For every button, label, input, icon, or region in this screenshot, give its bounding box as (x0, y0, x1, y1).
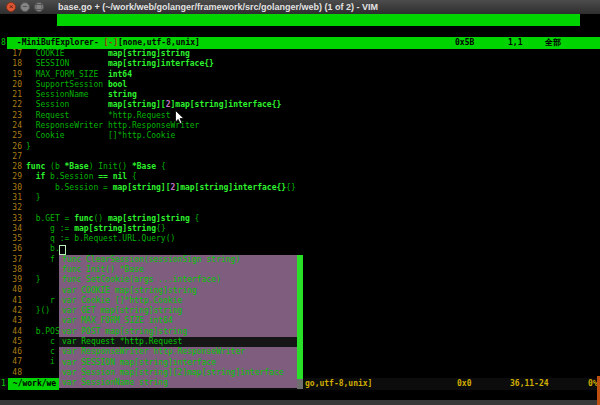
line-number: 33 (0, 214, 22, 224)
code-line-text: SupportSession bool (26, 80, 127, 90)
popup-item[interactable]: var SESSION map[string]interface (59, 358, 297, 368)
code-line[interactable]: 27 (0, 152, 600, 162)
vim-screen: × − ▢ base.go + (~/work/web/golanger/fra… (0, 0, 600, 405)
line-number: 41 (0, 296, 22, 306)
minibuf-file-info: [none,utf-8,unix] (118, 38, 200, 47)
minimize-icon[interactable]: − (20, 2, 30, 12)
code-line-text: b.Session = map[string][2]map[string]int… (26, 183, 296, 193)
code-line[interactable]: 19 MAX_FORM_SIZE int64 (0, 70, 600, 80)
window-bottom-edge (0, 400, 600, 405)
line-number: 44 (0, 327, 22, 337)
code-line[interactable]: 36 b. (0, 244, 600, 254)
line-number: 19 (0, 70, 22, 80)
code-line[interactable]: 26} (0, 142, 600, 152)
window-title: base.go + (~/work/web/golanger/framework… (58, 2, 378, 12)
window-titlebar: × − ▢ base.go + (~/work/web/golanger/fra… (0, 0, 600, 15)
line-number: 42 (0, 306, 22, 316)
popup-item[interactable]: var SessionName string (59, 378, 297, 388)
code-line-text: } (26, 193, 40, 203)
code-line[interactable]: 18 SESSION map[string]interface{} (0, 59, 600, 69)
minibuf-hex-value: 0x5B (455, 37, 474, 49)
code-line[interactable]: 20 SupportSession bool (0, 80, 600, 90)
code-line-text: c (26, 347, 55, 357)
code-line-text: Session map[string][2]map[string]interfa… (26, 100, 281, 110)
minibuf-scroll-indicator: 全部 (545, 37, 561, 49)
statusline-file-info: go,utf-8,unix] (305, 378, 372, 390)
line-number: 20 (0, 80, 22, 90)
line-number: 25 (0, 131, 22, 141)
popup-item[interactable]: func Init() *Base (59, 265, 297, 275)
code-line[interactable]: 30 b.Session = map[string][2]map[string]… (0, 183, 600, 193)
command-line: -- 全能补全 (^O^N^P) 匹配 9 / 14 (2, 390, 598, 400)
code-line[interactable]: 35 q := b.Request.URL.Query() (0, 234, 600, 244)
code-line[interactable]: 29 if b.Session == nil { (0, 172, 600, 182)
line-number: 31 (0, 193, 22, 203)
code-line-text: r (26, 296, 55, 306)
code-line[interactable]: 24 ResponseWriter http.ResponseWriter (0, 121, 600, 131)
completion-popup[interactable]: func ClearSession(sessionSign string)fun… (59, 255, 303, 389)
line-number: 36 (0, 244, 22, 254)
line-number: 21 (0, 90, 22, 100)
line-number: 18 (0, 59, 22, 69)
code-line[interactable]: 33 b.GET = func() map[string]string { (0, 214, 600, 224)
line-number: 22 (0, 100, 22, 110)
code-line-text: }() (26, 306, 50, 316)
line-number: 28 (0, 162, 22, 172)
close-icon[interactable]: × (6, 2, 16, 12)
code-line[interactable]: 28func (b *Base) Init() *Base { (0, 162, 600, 172)
code-line-text: b. (26, 244, 60, 254)
popup-scrollbar-thumb[interactable] (297, 255, 303, 379)
code-line[interactable]: 22 Session map[string][2]map[string]inte… (0, 100, 600, 110)
code-line-text: if b.Session == nil { (26, 172, 137, 182)
code-line[interactable]: 23 Request *http.Request (0, 111, 600, 121)
popup-item[interactable]: var ResponseWriter http.ResponseWriter (59, 347, 297, 357)
line-number: 45 (0, 337, 22, 347)
maximize-icon[interactable]: ▢ (34, 2, 44, 12)
popup-item[interactable]: var Session map[string][2]map[string]int… (59, 368, 297, 378)
line-number: 26 (0, 142, 22, 152)
code-line[interactable]: 21 SessionName string (0, 90, 600, 100)
popup-item[interactable]: func ClearSession(sessionSign string) (59, 255, 297, 265)
text-cursor (59, 245, 66, 255)
code-line[interactable]: 34 g := map[string]string{} (0, 224, 600, 234)
line-number: 43 (0, 316, 22, 326)
popup-item[interactable]: var POST map[string]string (59, 327, 297, 337)
code-line-text: SESSION map[string]interface{} (26, 59, 214, 69)
vim-tabline[interactable]: 2+ base.go (0, 14, 600, 26)
code-line-text: ResponseWriter http.ResponseWriter (26, 121, 199, 131)
popup-item[interactable]: var Cookie []*http.Cookie (59, 296, 297, 306)
code-line-text: Request *http.Request (26, 111, 171, 121)
popup-item[interactable]: var GET map[string]string (59, 306, 297, 316)
popup-items: func ClearSession(sessionSign string)fun… (59, 255, 303, 389)
code-line-text: f (26, 255, 55, 265)
line-number: 40 (0, 285, 22, 295)
minibuf-cursor-position: 1,1 (508, 37, 522, 49)
line-number: 46 (0, 347, 22, 357)
code-line[interactable]: 17 COOKIE map[string]string (0, 49, 600, 59)
popup-scrollbar[interactable] (297, 255, 303, 389)
popup-item-selected[interactable]: var Request *http.Request (59, 337, 297, 347)
code-line-text: Cookie []*http.Cookie (26, 131, 175, 141)
code-line-text: COOKIE map[string]string (26, 49, 190, 59)
line-number: 30 (0, 183, 22, 193)
line-number: 27 (0, 152, 22, 162)
popup-item[interactable]: var COOKIE map[string]string (59, 286, 297, 296)
code-line[interactable]: 32 (0, 203, 600, 213)
code-line-text: c (26, 337, 55, 347)
code-line[interactable]: 25 Cookie []*http.Cookie (0, 131, 600, 141)
line-number: 47 (0, 357, 22, 367)
line-number: 38 (0, 265, 22, 275)
minibuf-statusline-text: -MiniBufExplorer- [-][none,utf-8,unix] (12, 37, 200, 49)
line-number: 24 (0, 121, 22, 131)
line-number: 37 (0, 255, 22, 265)
line-number: 35 (0, 234, 22, 244)
minibuf-statusline: 8 -MiniBufExplorer- [-][none,utf-8,unix]… (0, 37, 600, 49)
line-number: 32 (0, 203, 22, 213)
popup-item[interactable]: var MAX_FORM_SIZE int64 (59, 316, 297, 326)
code-line-text: } (26, 142, 31, 152)
popup-item[interactable]: func SetCookie(args ...interface) (59, 275, 297, 285)
line-number: 23 (0, 111, 22, 121)
code-line[interactable]: 31 } (0, 193, 600, 203)
code-line-text: b.GET = func() map[string]string { (26, 214, 199, 224)
code-line-text: SessionName string (26, 90, 137, 100)
